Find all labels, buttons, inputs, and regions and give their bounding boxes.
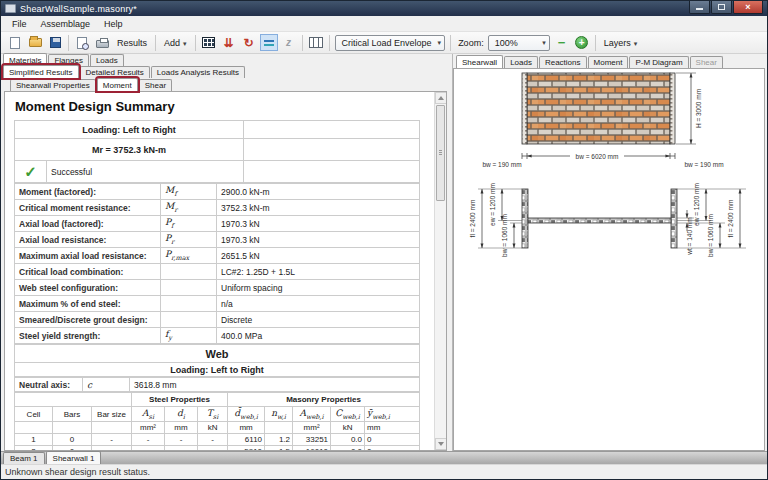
minimize-button[interactable] [689,1,710,14]
maximize-button[interactable] [711,1,732,14]
shearwall-view: H = 3000 mm bw = 6020 mm bw = 190 mm bw … [453,68,765,451]
chevron-down-icon: ▾ [542,39,546,47]
right-panel: Shearwall Loads Reactions Moment P-M Dia… [453,54,767,451]
tab-loads-view[interactable]: Loads [504,56,538,68]
print-preview-button[interactable] [73,34,91,52]
table-row: Smeared/Discrete grout design:Discrete [15,312,420,328]
masonry-properties-group: Masonry Properties [228,393,420,407]
toolbar-separator [68,35,69,51]
summary-values-table: Moment (factored):Mf2900.0 kN-m Critical… [14,183,420,344]
dim-bw-right-label: bw = 190 mm [684,161,723,168]
scrollbar-thumb[interactable] [436,105,445,201]
open-file-button[interactable] [26,34,44,52]
steel-properties-group: Steel Properties [132,393,228,407]
menu-assemblage[interactable]: Assemblage [34,17,98,31]
scroll-down-icon [438,442,444,446]
save-icon [50,37,61,48]
moment-design-report: Moment Design Summary Loading: Left to R… [4,91,447,451]
toolbar-separator [155,35,156,51]
distributed-load-icon [264,44,274,46]
close-button[interactable]: × [733,1,763,14]
load-envelope-value: Critical Load Envelope [342,38,432,48]
distributed-load-button-selected[interactable] [260,34,278,51]
window-title: ShearWallSample.masonry* [20,4,688,14]
dim-wt-label: wt = 140 mm [686,217,693,255]
dim-ew-right-label: ew = 1200 mm [693,183,700,226]
loading-direction-header: Loading: Left to Right [15,121,244,139]
section-grid-button[interactable] [200,34,218,52]
menu-help[interactable]: Help [97,17,130,31]
left-panel: Materials Flanges Loads Simplified Resul… [1,54,453,451]
print-preview-icon [77,37,87,49]
dim-bw-right-plan-label: bw = 1060 mm [707,214,714,257]
document-tabs-bar: Beam 1 Shearwall 1 [1,451,767,464]
zoom-out-button[interactable]: − [553,34,571,52]
load-envelope-dropdown[interactable]: Critical Load Envelope ▾ [335,35,446,51]
table-row: Web steel configuration:Uniform spacing [15,280,420,296]
dim-fl-left-label: fl = 2400 mm [469,200,476,238]
neutral-axis-row: Neutral axis: c 3618.8 mm [14,377,420,392]
close-icon: × [745,2,750,12]
vertical-scrollbar[interactable] [434,92,446,450]
dim-ew-left-label: ew = 1200 mm [489,183,496,226]
tab-pm-diagram-view[interactable]: P-M Diagram [629,56,688,68]
tab-shear[interactable]: Shear [139,79,172,91]
save-button[interactable] [46,34,64,52]
loads-button[interactable]: ⇊ [220,34,238,52]
zoom-out-icon: − [558,35,566,50]
columns-view-button[interactable] [307,34,325,52]
toolbar-separator [195,35,196,51]
distributed-load-icon [264,40,274,42]
critical-mr-header: Mr = 3752.3 kN-m [15,139,244,161]
new-document-button[interactable] [6,34,24,52]
tab-shearwall-view[interactable]: Shearwall [456,55,503,68]
menu-file[interactable]: File [5,17,34,31]
layers-dropdown-button[interactable]: Layers▾ [599,36,643,50]
scroll-up-icon [438,96,444,100]
scroll-up-button[interactable] [435,92,447,104]
zoom-label: Zoom: [458,38,484,48]
status-text: Unknown shear design result status. [5,467,150,477]
dim-fl-right-label: fl = 2400 mm [727,200,734,238]
dim-bw-left-label: bw = 190 mm [482,161,521,168]
chevron-down-icon: ▾ [634,40,638,47]
success-check-icon: ✓ [15,161,47,183]
tab-moment[interactable]: Moment [97,78,138,91]
moment-rotate-button[interactable]: ↻ [240,34,258,52]
zoom-dropdown[interactable]: 100% ▾ [488,35,550,51]
tab-beam-1[interactable]: Beam 1 [3,452,45,464]
tab-detailed-results[interactable]: Detailed Results [80,66,150,78]
chevron-down-icon: ▾ [183,40,187,47]
rotate-icon: ↻ [244,36,254,50]
results-button[interactable]: Results [112,36,152,50]
toolbar-separator [302,35,303,51]
chevron-down-icon: ▾ [438,39,442,47]
dim-width-total-label: bw = 6020 mm [576,153,619,160]
add-dropdown-button[interactable]: Add▾ [159,36,192,50]
scroll-down-button[interactable] [435,438,447,450]
tab-simplified-results[interactable]: Simplified Results [3,65,79,78]
wall-plan-section: fl = 2400 mm ew = 1200 mm bw = 1060 mm [469,183,746,257]
web-loading-header: Loading: Left to Right [15,363,420,377]
zoom-in-button[interactable]: + [573,34,591,52]
tab-loads-analysis-results[interactable]: Loads Analysis Results [151,66,245,78]
table-row: Critical load combination:LC#2: 1.25D + … [15,264,420,280]
loads-arrows-icon: ⇊ [224,36,234,50]
table-row: Moment (factored):Mf2900.0 kN-m [15,184,420,200]
flatten-button[interactable]: z [280,34,298,52]
table-row: Maximum % of end steel:n/a [15,296,420,312]
tab-shearwall-properties[interactable]: Shearwall Properties [10,79,96,91]
tab-reactions-view[interactable]: Reactions [539,56,587,68]
dim-height-label: H = 3000 mm [695,89,702,128]
zoom-in-icon: + [575,36,588,49]
table-row: Axial load resistance:Pr1970.3 kN [15,232,420,248]
tab-shearwall-1[interactable]: Shearwall 1 [46,451,102,464]
status-bar: Unknown shear design result status. [1,464,767,479]
tab-loads[interactable]: Loads [90,54,124,66]
app-window: ShearWallSample.masonry* × File Assembla… [0,0,768,480]
tab-moment-view[interactable]: Moment [588,56,629,68]
print-button[interactable] [93,34,111,52]
maximize-icon [718,4,725,10]
zoom-value: 100% [495,38,536,48]
summary-header-table: Loading: Left to Right Mr = 3752.3 kN-m … [14,120,420,183]
